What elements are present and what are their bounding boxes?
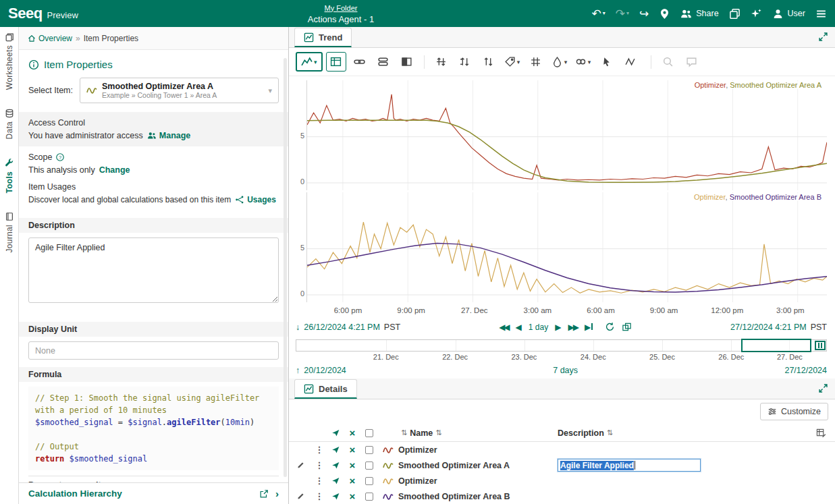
capsule-link-button[interactable] — [350, 52, 370, 72]
row-checkbox[interactable] — [365, 446, 373, 454]
send-all-icon[interactable] — [327, 428, 344, 437]
chart-plot-area[interactable]: Optimizer, Smoothed Optimizer Area A — [306, 80, 827, 190]
samples-button[interactable]: ▾ — [549, 52, 570, 72]
undo-button[interactable]: ↶▾ — [591, 8, 605, 20]
overview-start-arrow-icon[interactable]: ↑ — [296, 366, 300, 375]
remove-icon[interactable]: × — [344, 491, 360, 501]
sidebar-item-journal[interactable]: Journal — [5, 212, 14, 252]
auto-scale-button[interactable] — [479, 52, 499, 72]
row-name[interactable]: Smoothed Optimizer Area A — [398, 461, 558, 470]
overview-start-link[interactable]: 20/12/2024 — [304, 366, 346, 375]
range-duration-link[interactable]: 1 day — [529, 323, 548, 332]
capsule-time-button[interactable] — [373, 52, 394, 72]
labels-button[interactable]: ▾ — [502, 52, 522, 72]
step-to-end-button[interactable]: ▶ — [585, 323, 593, 332]
panel-scrollbar[interactable] — [284, 58, 287, 477]
external-link-icon[interactable] — [259, 489, 269, 499]
interpolation-button[interactable]: ▾ — [573, 52, 593, 72]
copy-range-icon[interactable] — [622, 322, 632, 332]
edit-columns-icon[interactable] — [807, 428, 835, 438]
derivative-button[interactable] — [620, 52, 641, 72]
sidebar-item-worksheets[interactable]: Worksheets — [5, 32, 14, 90]
worksheets-panel-icon[interactable] — [729, 8, 740, 20]
remove-icon[interactable]: × — [344, 460, 360, 470]
zoom-button[interactable] — [658, 52, 678, 72]
range-end-link[interactable]: 27/12/2024 4:21 PM — [730, 323, 807, 332]
manage-access-link[interactable]: Manage — [147, 131, 191, 140]
chart-type-button[interactable]: ▾ — [296, 52, 323, 72]
annotate-button[interactable] — [682, 52, 702, 72]
name-column-header[interactable]: Name — [410, 428, 433, 438]
sort-icon[interactable]: ⇅ — [401, 428, 407, 437]
auto-update-icon[interactable] — [605, 322, 615, 332]
sort-icon[interactable]: ⇅ — [435, 428, 441, 437]
expand-trend-icon[interactable] — [818, 32, 828, 42]
one-lane-button[interactable] — [431, 52, 452, 72]
step-forward-fast-button[interactable]: ▶▶ — [568, 323, 577, 332]
legend-entry[interactable]: Smoothed Optimizer Area A — [730, 81, 821, 89]
table-view-button[interactable] — [326, 52, 346, 72]
sidebar-item-data[interactable]: Data — [5, 109, 14, 140]
row-menu-icon[interactable]: ⋮ — [312, 460, 327, 470]
send-icon[interactable] — [327, 476, 344, 485]
range-start-arrow-icon[interactable]: ↓ — [296, 323, 300, 332]
remove-icon[interactable]: × — [344, 445, 360, 455]
tab-trend[interactable]: Trend — [294, 28, 352, 47]
legend-entry[interactable]: Optimizer — [694, 193, 725, 201]
share-button[interactable]: Share — [680, 8, 718, 20]
row-menu-icon[interactable]: ⋮ — [312, 476, 327, 486]
change-scope-link[interactable]: Change — [99, 165, 130, 175]
usages-link[interactable]: Usages — [235, 195, 276, 204]
edit-pencil-icon[interactable] — [289, 461, 312, 470]
cursor-button[interactable] — [597, 52, 617, 72]
customize-button[interactable]: Customize — [760, 403, 828, 420]
expand-details-icon[interactable] — [818, 383, 828, 393]
y-axis-labels[interactable]: 5 0 — [296, 80, 306, 190]
redo-button[interactable]: ↷▾ — [616, 8, 629, 20]
seeq-logo[interactable]: Seeq Preview — [8, 5, 78, 22]
edit-pencil-icon[interactable] — [289, 492, 312, 501]
legend-entry[interactable]: Smoothed Optimizer Area B — [730, 193, 821, 201]
row-checkbox[interactable] — [365, 493, 373, 501]
chart-legend[interactable]: Optimizer, Smoothed Optimizer Area A — [693, 81, 823, 89]
my-folder-link[interactable]: My Folder — [325, 4, 358, 12]
formula-code[interactable]: // Step 1: Smooth the signal using agile… — [28, 387, 279, 470]
one-axis-button[interactable] — [455, 52, 475, 72]
chart-legend[interactable]: Optimizer, Smoothed Optimizer Area B — [693, 193, 823, 201]
gridlines-button[interactable] — [526, 52, 546, 72]
overview-end-link[interactable]: 27/12/2024 — [784, 366, 827, 375]
display-unit-input[interactable] — [28, 341, 279, 360]
location-pin-icon[interactable] — [659, 8, 670, 20]
forward-share-icon[interactable]: ↪ — [639, 8, 649, 20]
legend-entry[interactable]: Optimizer — [695, 81, 726, 89]
remove-icon[interactable]: × — [344, 476, 360, 486]
sort-icon[interactable]: ⇅ — [607, 428, 613, 437]
description-textarea[interactable]: Agile Filter Applied — [28, 237, 279, 303]
row-name[interactable]: Smoothed Optimizer Area B — [398, 492, 558, 501]
row-menu-icon[interactable]: ⋮ — [312, 445, 327, 455]
send-icon[interactable] — [327, 445, 344, 454]
row-menu-icon[interactable]: ⋮ — [312, 491, 327, 501]
breadcrumb-overview-link[interactable]: Overview — [28, 34, 72, 43]
select-all-checkbox[interactable] — [365, 429, 373, 437]
range-start-link[interactable]: 26/12/2024 4:21 PM — [304, 323, 380, 332]
overview-duration-link[interactable]: 7 days — [553, 366, 578, 375]
remove-all-icon[interactable]: × — [344, 428, 360, 438]
user-menu[interactable]: User — [772, 8, 805, 20]
tab-details[interactable]: Details — [294, 379, 357, 399]
sidebar-item-tools[interactable]: Tools — [5, 159, 14, 194]
overview-now-handle[interactable] — [815, 341, 826, 350]
help-icon[interactable]: ? — [55, 152, 65, 162]
item-select-dropdown[interactable]: Smoothed Optimizer Area A Example » Cool… — [80, 78, 279, 103]
step-forward-button[interactable]: ▶ — [555, 323, 561, 332]
description-edit-input[interactable]: Agile Filter Applied — [558, 459, 701, 472]
calculation-hierarchy-footer[interactable]: Calculation Hierarchy › — [19, 482, 288, 504]
step-back-button[interactable]: ◀ — [516, 323, 522, 332]
hamburger-menu-icon[interactable] — [815, 8, 827, 20]
send-icon[interactable] — [327, 461, 344, 470]
chart-plot-area[interactable]: Optimizer, Smoothed Optimizer Area B — [306, 192, 827, 302]
x-axis-labels[interactable]: 6:00 pm9:00 pm27. Dec3:00 am6:00 am9:00 … — [313, 304, 819, 318]
y-axis-labels[interactable]: 5 0 — [296, 192, 306, 302]
ai-sparkle-icon[interactable] — [751, 8, 762, 20]
dimming-button[interactable] — [397, 52, 417, 72]
